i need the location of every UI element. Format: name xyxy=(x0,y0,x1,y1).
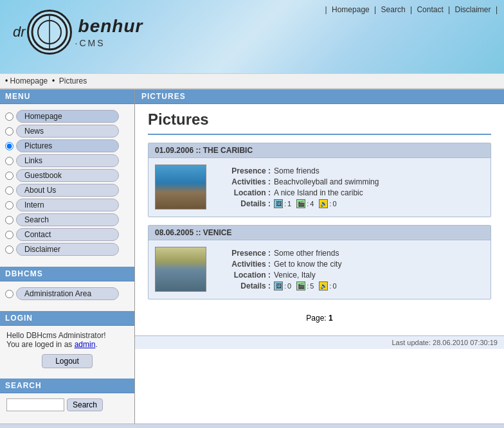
menu-section-title: Menu xyxy=(0,89,134,104)
sound-square-2: 🔊 xyxy=(319,281,328,290)
topnav-search[interactable]: Search xyxy=(381,5,406,14)
page-title: Pictures xyxy=(148,111,491,135)
presence-value-2: Some other friends xyxy=(274,249,339,258)
sound-icon-1[interactable]: 🔊 :0 xyxy=(319,199,336,208)
search-box: Search xyxy=(0,393,134,416)
breadcrumb-home[interactable]: Homepage xyxy=(10,76,48,85)
current-page: 1 xyxy=(328,314,333,323)
login-section: Login Hello DBHcms Administrator! You ar… xyxy=(0,311,134,373)
logo-name: benhur xyxy=(78,16,143,37)
content-body: Pictures 01.09.2006 :: The Caribic Prese… xyxy=(135,104,504,335)
breadcrumb-pictures[interactable]: Pictures xyxy=(59,76,87,85)
menu-item-homepage[interactable]: Homepage xyxy=(5,110,129,123)
img-square-2: 🖼 xyxy=(274,281,283,290)
logo: dr benhur ·CMS xyxy=(13,10,143,55)
login-greeting-text: Hello DBHcms Administrator! You are loge… xyxy=(0,326,134,354)
presence-label-1: Presence : xyxy=(216,166,271,175)
logo-dr: dr xyxy=(13,24,26,40)
picture-entry-venice-header: 08.06.2005 :: Venice xyxy=(148,226,491,240)
img-icon-1[interactable]: 🖼 :1 xyxy=(274,199,291,208)
picture-details-venice: Presence : Some other friends Activities… xyxy=(216,247,484,292)
activities-label-2: Activities : xyxy=(216,260,271,269)
top-nav: | Homepage | Search | Contact | Disclaim… xyxy=(325,5,498,14)
menu-item-intern[interactable]: Intern xyxy=(5,199,129,211)
search-input[interactable] xyxy=(6,398,64,411)
menu-item-news[interactable]: News xyxy=(5,125,129,138)
detail-row-details-1: Details : 🖼 :1 🎬 :4 xyxy=(216,199,484,208)
presence-value-1: Some friends xyxy=(274,166,320,175)
footer-update: Last update: 28.06.2010 07:30:19 xyxy=(135,335,504,349)
menu-item-contact[interactable]: Contact xyxy=(5,228,129,241)
vid-square-2: 🎬 xyxy=(296,281,305,290)
activities-value-2: Get to know the city xyxy=(274,260,341,269)
location-value-1: A nice Island in the caribic xyxy=(274,188,363,197)
picture-thumb-caribic[interactable] xyxy=(155,165,206,210)
picture-thumb-venice[interactable] xyxy=(155,247,206,292)
detail-row-presence-2: Presence : Some other friends xyxy=(216,249,484,258)
menu-item-search[interactable]: Search xyxy=(5,213,129,226)
sidebar: Menu Homepage News Pictures Links Guestb… xyxy=(0,89,135,424)
menu-item-admin[interactable]: Administration Area xyxy=(5,287,129,300)
vid-icon-1[interactable]: 🎬 :4 xyxy=(296,199,314,208)
content-header: Pictures xyxy=(135,89,504,104)
details-label-1: Details : xyxy=(216,199,271,208)
sound-icon-2[interactable]: 🔊 :0 xyxy=(319,281,336,290)
dbhcms-section: DBhcms Administration Area xyxy=(0,267,134,306)
menu-item-aboutus[interactable]: About Us xyxy=(5,184,129,197)
picture-details-caribic: Presence : Some friends Activities : Bea… xyxy=(216,165,484,210)
picture-entry-venice: 08.06.2005 :: Venice Presence : Some oth… xyxy=(148,225,491,299)
vid-icon-2[interactable]: 🎬 :5 xyxy=(296,281,314,290)
detail-icons-2: 🖼 :0 🎬 :5 🔊 :0 xyxy=(274,281,337,290)
detail-row-details-2: Details : 🖼 :0 🎬 :5 xyxy=(216,281,484,290)
last-update: Last update: 28.06.2010 07:30:19 xyxy=(392,339,498,346)
detail-icons-1: 🖼 :1 🎬 :4 🔊 :0 xyxy=(274,199,337,208)
detail-row-location-1: Location : A nice Island in the caribic xyxy=(216,188,484,197)
dbhcms-section-title: DBhcms xyxy=(0,267,134,281)
detail-row-location-2: Location : Venice, Italy xyxy=(216,271,484,280)
picture-entry-venice-body: Presence : Some other friends Activities… xyxy=(148,240,491,299)
main-layout: Menu Homepage News Pictures Links Guestb… xyxy=(0,89,504,424)
details-label-2: Details : xyxy=(216,281,271,290)
location-label-2: Location : xyxy=(216,271,271,280)
topnav-homepage[interactable]: Homepage xyxy=(332,5,370,14)
picture-entry-caribic-header: 01.09.2006 :: The Caribic xyxy=(148,143,491,158)
menu-item-pictures[interactable]: Pictures xyxy=(5,139,129,152)
detail-row-activities-1: Activities : Beachvolleyball and swimmin… xyxy=(216,177,484,186)
logo-name-block: benhur ·CMS xyxy=(75,16,143,48)
login-section-title: Login xyxy=(0,311,134,326)
picture-entry-caribic: 01.09.2006 :: The Caribic Presence : Som… xyxy=(148,143,491,217)
logo-cms: ·CMS xyxy=(75,38,143,48)
breadcrumb: • Homepage • Pictures xyxy=(0,74,504,89)
header: | Homepage | Search | Contact | Disclaim… xyxy=(0,0,504,74)
topnav-contact[interactable]: Contact xyxy=(417,5,443,14)
page-label: Page: xyxy=(306,314,326,323)
content-area: Pictures Pictures 01.09.2006 :: The Cari… xyxy=(135,89,504,349)
logout-button[interactable]: Logout xyxy=(42,354,93,368)
img-square-1: 🖼 xyxy=(274,199,283,208)
search-section-title: Search xyxy=(0,379,134,393)
location-label-1: Location : xyxy=(216,188,271,197)
location-value-2: Venice, Italy xyxy=(274,271,316,280)
dbhcms-items: Administration Area xyxy=(0,281,134,306)
detail-row-presence-1: Presence : Some friends xyxy=(216,166,484,175)
login-user-link[interactable]: admin xyxy=(75,340,96,349)
presence-label-2: Presence : xyxy=(216,249,271,258)
picture-entry-caribic-body: Presence : Some friends Activities : Bea… xyxy=(148,158,491,217)
menu-item-links[interactable]: Links xyxy=(5,154,129,167)
menu-items: Homepage News Pictures Links Guestbook A… xyxy=(0,104,134,262)
menu-item-disclaimer[interactable]: Disclaimer xyxy=(5,243,129,256)
topnav-disclaimer[interactable]: Disclaimer xyxy=(455,5,491,14)
menu-item-guestbook[interactable]: Guestbook xyxy=(5,169,129,182)
pagination: Page: 1 xyxy=(148,307,491,329)
search-section: Search Search xyxy=(0,379,134,416)
activities-value-1: Beachvolleyball and swimming xyxy=(274,177,379,186)
sound-square-1: 🔊 xyxy=(319,199,328,208)
activities-label-1: Activities : xyxy=(216,177,271,186)
vid-square-1: 🎬 xyxy=(296,199,305,208)
logo-circle xyxy=(27,10,72,55)
detail-row-activities-2: Activities : Get to know the city xyxy=(216,260,484,269)
bottom-links: [Homepage] [News] [Pictures] [Links] [Gu… xyxy=(0,424,504,428)
img-icon-2[interactable]: 🖼 :0 xyxy=(274,281,291,290)
search-button[interactable]: Search xyxy=(67,398,103,411)
